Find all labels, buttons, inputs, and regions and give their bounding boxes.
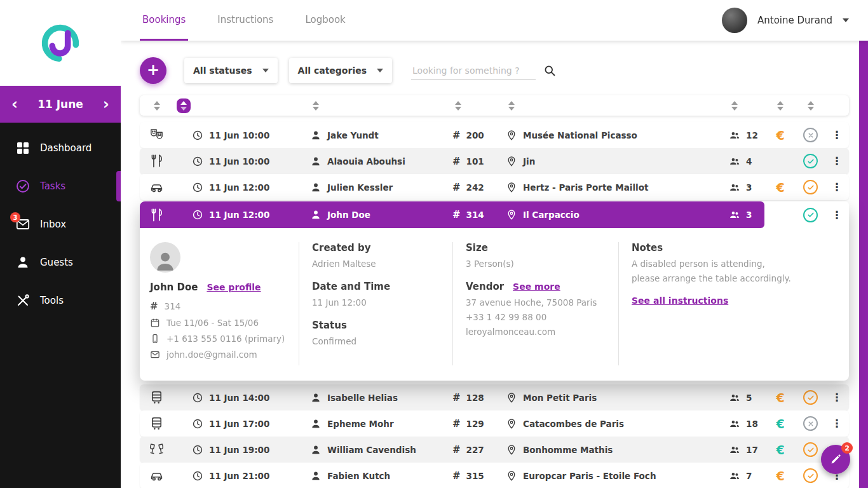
filters-toolbar: + All statuses All categories xyxy=(140,57,849,84)
sidebar-item-inbox[interactable]: 3 Inbox xyxy=(0,205,121,243)
venue-name: Europcar Paris - Etoile Foch xyxy=(523,471,656,481)
clock-icon xyxy=(192,418,203,430)
sort-datetime[interactable] xyxy=(177,98,191,113)
guest-name: Alaouia Abouhsi xyxy=(327,156,405,166)
fab-badge: 2 xyxy=(841,442,853,454)
kebab-menu-icon[interactable]: ⋮ xyxy=(832,418,843,429)
sort-guest[interactable] xyxy=(310,101,322,111)
notes-line: A disabled person is attending, xyxy=(632,257,831,271)
sort-desc-icon xyxy=(508,107,515,111)
guest-name: Jake Yundt xyxy=(327,130,379,140)
person-icon xyxy=(310,130,322,141)
tab-bar: Bookings Instructions Logbook xyxy=(140,0,375,41)
table-row[interactable]: 11 Jun 21:00 Fabien Kutch #315 Europcar … xyxy=(140,463,849,488)
person-icon xyxy=(310,392,322,403)
sort-payment[interactable] xyxy=(775,101,786,111)
tools-icon xyxy=(15,293,31,308)
venue-name: Bonhomme Mathis xyxy=(523,445,613,455)
status-in-progress-icon[interactable] xyxy=(803,180,818,194)
sidebar-item-guests[interactable]: Guests xyxy=(0,243,121,281)
category-filter-select[interactable]: All categories xyxy=(289,58,392,83)
app-logo[interactable] xyxy=(0,0,121,86)
kebab-menu-icon[interactable]: ⋮ xyxy=(832,210,843,220)
table-row[interactable]: 11 Jun 19:00 William Cavendish #227 Bonh… xyxy=(140,437,849,463)
sort-asc-icon xyxy=(180,101,187,105)
sort-size[interactable] xyxy=(729,101,740,111)
vendor-column: Size 3 Person(s) Vendor See more 37 aven… xyxy=(452,242,618,365)
chevron-right-icon[interactable]: › xyxy=(103,97,109,112)
kebab-menu-icon[interactable]: ⋮ xyxy=(832,130,843,140)
see-more-link[interactable]: See more xyxy=(513,281,560,292)
status-filter-value: All statuses xyxy=(193,65,252,76)
see-profile-link[interactable]: See profile xyxy=(207,282,261,292)
sidebar-nav: Dashboard Tasks 3 Inbox Guests Tools xyxy=(0,123,121,320)
right-accent-strip xyxy=(859,41,868,488)
tab-instructions[interactable]: Instructions xyxy=(215,0,276,41)
caret-down-icon xyxy=(377,69,383,72)
sort-desc-icon xyxy=(313,107,319,111)
edit-fab-button[interactable]: 2 xyxy=(821,445,850,474)
table-row[interactable]: 11 Jun 10:00 Alaouia Abouhsi #101 Jin 4 … xyxy=(140,148,849,174)
sidebar-item-tasks[interactable]: Tasks xyxy=(0,167,121,205)
kebab-menu-icon[interactable]: ⋮ xyxy=(832,156,843,166)
venue-name: Hertz - Paris Porte Maillot xyxy=(523,182,648,193)
location-pin-icon xyxy=(506,470,517,482)
status-confirmed-icon[interactable] xyxy=(803,208,818,222)
euro-icon: € xyxy=(776,417,784,431)
booking-datetime: 11 Jun 10:00 xyxy=(209,156,269,166)
clock-icon xyxy=(192,156,203,167)
group-icon xyxy=(729,418,740,430)
venue-name: Musée National Picasso xyxy=(523,130,637,140)
guest-avatar xyxy=(150,242,180,273)
group-icon xyxy=(729,156,740,167)
table-row[interactable]: 11 Jun 10:00 Jake Yundt #200 Musée Natio… xyxy=(140,122,849,148)
meta-column: Created by Adrien Maltese Date and Time … xyxy=(299,242,452,365)
sort-ref[interactable] xyxy=(452,101,464,111)
datetime-value: 11 Jun 12:00 xyxy=(312,296,444,309)
search-input[interactable] xyxy=(411,62,536,80)
table-row[interactable]: 11 Jun 12:00 Julien Kessler #242 Hertz -… xyxy=(140,174,849,200)
sort-asc-icon xyxy=(313,101,319,105)
sort-status[interactable] xyxy=(805,101,817,111)
sidebar-item-tools[interactable]: Tools xyxy=(0,281,121,320)
venue-name: Catacombes de Paris xyxy=(523,419,624,429)
restaurant-icon xyxy=(149,154,164,168)
booking-ref: 129 xyxy=(466,419,484,429)
sidebar-item-label: Guests xyxy=(40,257,73,268)
location-pin-icon xyxy=(506,209,517,220)
sort-category[interactable] xyxy=(151,101,163,111)
chevron-left-icon[interactable]: ‹ xyxy=(11,97,18,112)
kebab-menu-icon[interactable]: ⋮ xyxy=(832,182,843,193)
tab-bookings[interactable]: Bookings xyxy=(140,0,188,41)
status-confirmed-icon[interactable] xyxy=(803,154,818,168)
venue-name: Il Carpaccio xyxy=(523,210,580,220)
guest-name: William Cavendish xyxy=(327,445,416,455)
table-row-selected[interactable]: 11 Jun 12:00 John Doe #314 Il Carpaccio … xyxy=(140,201,849,228)
group-icon xyxy=(729,209,740,220)
group-icon xyxy=(729,444,740,456)
status-in-progress-icon[interactable] xyxy=(803,390,818,405)
kebab-menu-icon[interactable]: ⋮ xyxy=(832,392,843,403)
status-in-progress-icon[interactable] xyxy=(803,442,818,457)
status-cancelled-icon[interactable] xyxy=(803,416,818,431)
add-booking-button[interactable]: + xyxy=(140,57,166,84)
car-icon xyxy=(149,180,164,194)
table-row[interactable]: 11 Jun 17:00 Epheme Mohr #129 Catacombes… xyxy=(140,410,849,437)
tab-logbook[interactable]: Logbook xyxy=(302,0,348,41)
table-row[interactable]: 11 Jun 14:00 Isabelle Helias #128 Mon Pe… xyxy=(140,384,849,410)
current-date: 11 June xyxy=(37,98,83,111)
see-all-instructions-link[interactable]: See all instructions xyxy=(632,295,728,306)
booking-datetime: 11 Jun 19:00 xyxy=(209,445,269,455)
sidebar-item-dashboard[interactable]: Dashboard xyxy=(0,129,121,167)
sort-venue[interactable] xyxy=(506,101,517,111)
status-filter-select[interactable]: All statuses xyxy=(184,58,278,83)
status-in-progress-icon[interactable] xyxy=(803,468,818,483)
created-by-value: Adrien Maltese xyxy=(312,257,444,271)
logo-icon xyxy=(39,22,82,65)
party-size: 3 xyxy=(746,182,752,193)
status-cancelled-icon[interactable] xyxy=(803,128,818,142)
sidebar: ‹ 11 June › Dashboard Tasks 3 Inbox Gues… xyxy=(0,0,121,488)
user-menu[interactable]: Antoine Durand xyxy=(722,8,849,33)
search-icon[interactable] xyxy=(543,64,556,77)
euro-icon: € xyxy=(776,128,784,142)
